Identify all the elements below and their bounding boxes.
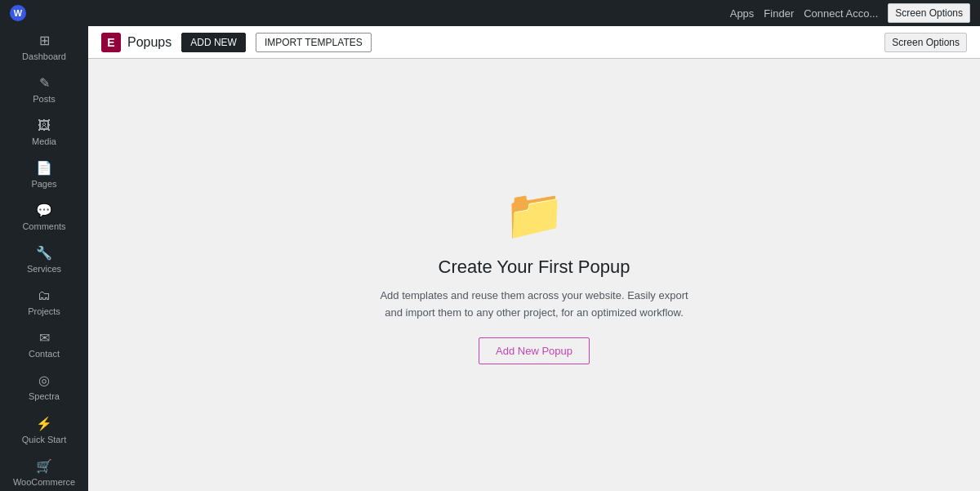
- services-icon: 🔧: [36, 245, 52, 261]
- sidebar-item-services[interactable]: 🔧 Services: [0, 239, 88, 281]
- sidebar-item-posts[interactable]: ✎ Posts: [0, 69, 88, 111]
- import-templates-button[interactable]: IMPORT TEMPLATES: [256, 33, 372, 52]
- page-title: Popups: [127, 35, 172, 50]
- projects-icon: 🗂: [38, 288, 51, 303]
- add-new-popup-button[interactable]: Add New Popup: [479, 337, 590, 364]
- page-icon-title: E Popups: [101, 33, 172, 52]
- screen-options-button[interactable]: Screen Options: [888, 3, 970, 23]
- sidebar-item-label: Projects: [28, 306, 60, 317]
- sidebar-item-label: Dashboard: [22, 51, 66, 62]
- content-header-left: E Popups ADD NEW IMPORT TEMPLATES: [101, 33, 372, 52]
- sidebar-item-label: Pages: [31, 178, 56, 190]
- elementor-brand-icon: E: [101, 33, 121, 52]
- sidebar-item-dashboard[interactable]: ⊞ Dashboard: [0, 26, 88, 69]
- sidebar-item-label: Comments: [22, 221, 65, 232]
- sidebar-item-label: Media: [32, 136, 56, 147]
- pages-icon: 📄: [36, 160, 52, 176]
- content-area: E Popups ADD NEW IMPORT TEMPLATES Screen…: [88, 26, 980, 491]
- add-new-button[interactable]: ADD NEW: [181, 33, 246, 52]
- posts-icon: ✎: [39, 75, 50, 91]
- sidebar: ⊞ Dashboard ✎ Posts 🖼 Media 📄 Pages 💬 Co…: [0, 26, 88, 491]
- empty-state-description: Add templates and reuse them across your…: [371, 288, 697, 322]
- main-layout: ⊞ Dashboard ✎ Posts 🖼 Media 📄 Pages 💬 Co…: [0, 26, 980, 491]
- empty-state: 📁 Create Your First Popup Add templates …: [371, 185, 697, 365]
- connect-account-link[interactable]: Connect Acco...: [804, 7, 878, 20]
- spectra-icon: ◎: [38, 373, 50, 388]
- sidebar-item-label: Services: [27, 263, 61, 275]
- sidebar-item-label: Posts: [33, 93, 56, 105]
- dashboard-icon: ⊞: [39, 33, 50, 48]
- sidebar-item-spectra[interactable]: ◎ Spectra: [0, 366, 88, 408]
- quickstart-icon: ⚡: [36, 416, 52, 431]
- sidebar-item-pages[interactable]: 📄 Pages: [0, 154, 88, 196]
- apps-link[interactable]: Apps: [730, 7, 755, 20]
- sidebar-item-label: Spectra: [29, 391, 60, 402]
- sidebar-item-woocommerce[interactable]: 🛒 WooCommerce: [0, 452, 88, 491]
- top-admin-bar: W Apps Finder Connect Acco... Screen Opt…: [0, 0, 980, 26]
- sidebar-item-label: Contact: [29, 348, 60, 359]
- sidebar-item-label: Quick Start: [22, 434, 66, 445]
- woocommerce-icon: 🛒: [36, 458, 52, 474]
- comments-icon: 💬: [36, 203, 52, 218]
- contact-icon: ✉: [39, 330, 50, 346]
- empty-state-title: Create Your First Popup: [371, 257, 697, 278]
- sidebar-item-quickstart[interactable]: ⚡ Quick Start: [0, 409, 88, 452]
- screen-options-button[interactable]: Screen Options: [884, 33, 967, 52]
- media-icon: 🖼: [38, 118, 51, 133]
- sidebar-item-label: WooCommerce: [13, 476, 75, 488]
- main-content: 📁 Create Your First Popup Add templates …: [88, 59, 980, 491]
- top-bar-right: Apps Finder Connect Acco... Screen Optio…: [730, 3, 970, 23]
- sidebar-item-contact[interactable]: ✉ Contact: [0, 324, 88, 366]
- sidebar-item-comments[interactable]: 💬 Comments: [0, 196, 88, 239]
- folder-icon: 📁: [371, 185, 697, 243]
- wp-logo[interactable]: W: [10, 5, 26, 21]
- sidebar-item-media[interactable]: 🖼 Media: [0, 112, 88, 154]
- finder-link[interactable]: Finder: [764, 7, 794, 20]
- content-header-right: Screen Options: [884, 33, 967, 52]
- content-header: E Popups ADD NEW IMPORT TEMPLATES Screen…: [88, 26, 980, 59]
- top-bar-left: W: [10, 5, 26, 21]
- sidebar-item-projects[interactable]: 🗂 Projects: [0, 282, 88, 324]
